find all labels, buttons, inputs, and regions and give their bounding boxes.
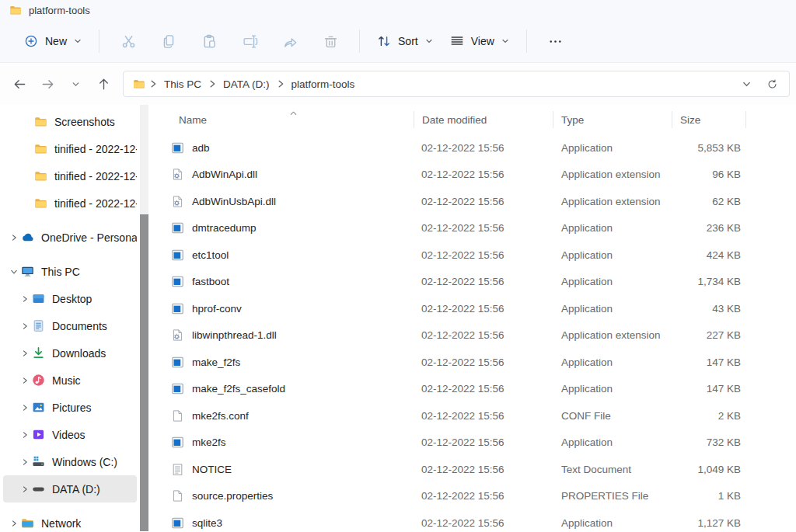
sidebar-item-windows-c[interactable]: Windows (C:) <box>3 448 137 475</box>
sidebar-item-tinified-2022-12-0[interactable]: tinified - 2022-12-0 <box>3 190 137 217</box>
sidebar-scrollbar-thumb[interactable] <box>140 214 148 531</box>
sidebar-item-onedrive-personal[interactable]: OneDrive - Personal <box>3 224 137 251</box>
table-row[interactable]: source.properties02-12-2022 15:56PROPERT… <box>149 483 796 510</box>
sidebar-item-label: tinified - 2022-12-0 <box>54 170 137 183</box>
chevron-right-icon[interactable] <box>6 520 21 527</box>
sidebar-item-tinified-2022-12-0[interactable]: tinified - 2022-12-0 <box>3 135 137 162</box>
sidebar-item-label: Videos <box>52 429 86 441</box>
cut-button[interactable] <box>110 27 146 55</box>
sort-button[interactable]: Sort <box>368 27 442 55</box>
sidebar-list: Screenshotstinified - 2022-12-0tinified … <box>0 108 149 531</box>
network-folder-icon <box>21 516 34 530</box>
sidebar-item-label: Music <box>52 374 81 387</box>
table-row[interactable]: mke2fs02-12-2022 15:56Application732 KB <box>149 429 796 457</box>
sidebar-item-downloads[interactable]: Downloads <box>3 339 137 367</box>
sidebar-item-screenshots[interactable]: Screenshots <box>3 108 137 135</box>
chevron-right-icon[interactable] <box>17 458 32 466</box>
desktop-icon <box>32 292 45 305</box>
tab-title[interactable]: platform-tools <box>29 5 90 16</box>
column-header-type[interactable]: Type <box>553 110 672 129</box>
file-date-cell: 02-12-2022 15:56 <box>414 169 553 180</box>
delete-button[interactable] <box>312 27 348 55</box>
new-button[interactable]: New <box>16 27 90 55</box>
column-header-name[interactable]: Name <box>149 110 414 129</box>
sidebar-item-tinified-2022-12-0[interactable]: tinified - 2022-12-0 <box>3 162 137 190</box>
more-options-button[interactable] <box>538 27 574 55</box>
address-bar[interactable]: This PCDATA (D:)platform-tools <box>123 71 790 97</box>
file-name-label: sqlite3 <box>192 517 222 529</box>
chevron-right-icon[interactable] <box>17 431 32 439</box>
file-date-cell: 02-12-2022 15:56 <box>414 249 553 261</box>
sidebar-item-documents[interactable]: Documents <box>3 312 137 339</box>
chevron-down-icon[interactable] <box>6 268 21 276</box>
file-name-cell: AdbWinUsbApi.dll <box>149 195 414 208</box>
table-row[interactable]: fastboot02-12-2022 15:56Application1,734… <box>149 269 796 296</box>
table-row[interactable]: libwinpthread-1.dll02-12-2022 15:56Appli… <box>149 322 796 349</box>
table-row[interactable]: NOTICE02-12-2022 15:56Text Document1,049… <box>149 456 796 483</box>
file-name-cell: dmtracedump <box>149 221 414 235</box>
file-name-cell: sqlite3 <box>149 516 414 530</box>
column-header-date-modified[interactable]: Date modified <box>414 110 553 129</box>
music-icon <box>32 374 45 387</box>
sidebar-item-data-d[interactable]: DATA (D:) <box>3 475 137 502</box>
navigation-pane: Screenshotstinified - 2022-12-0tinified … <box>0 105 149 531</box>
file-type-cell: Application extension <box>553 196 672 207</box>
table-row[interactable]: dmtracedump02-12-2022 15:56Application23… <box>149 215 796 242</box>
sidebar-item-label: Pictures <box>52 402 92 414</box>
address-bar-row: This PCDATA (D:)platform-tools <box>0 62 796 105</box>
file-size-cell: 1 KB <box>672 490 746 502</box>
column-header-size[interactable]: Size <box>672 110 746 129</box>
file-date-cell: 02-12-2022 15:56 <box>414 410 553 422</box>
chevron-right-icon[interactable] <box>17 377 32 384</box>
sidebar-item-this-pc[interactable]: This PC <box>3 258 137 285</box>
table-row[interactable]: adb02-12-2022 15:56Application5,853 KB <box>149 134 796 162</box>
table-row[interactable]: sqlite302-12-2022 15:56Application1,127 … <box>149 509 796 531</box>
explorer-body: Screenshotstinified - 2022-12-0tinified … <box>0 105 796 531</box>
file-name-label: make_f2fs_casefold <box>192 383 285 395</box>
new-button-label: New <box>45 35 67 47</box>
sidebar-item-network[interactable]: Network <box>3 509 137 531</box>
sidebar-item-label: Documents <box>52 320 107 332</box>
plus-circle-icon <box>23 33 39 49</box>
sidebar-item-label: Network <box>41 517 81 530</box>
table-row[interactable]: AdbWinUsbApi.dll02-12-2022 15:56Applicat… <box>149 188 796 215</box>
sidebar-item-videos[interactable]: Videos <box>3 421 137 448</box>
navigation-buttons <box>0 72 123 96</box>
file-size-cell: 147 KB <box>672 356 746 368</box>
refresh-button[interactable] <box>766 78 778 90</box>
breadcrumb-item-this-pc[interactable]: This PC <box>161 77 204 92</box>
tab-bar: platform-tools <box>0 0 796 20</box>
chevron-right-icon[interactable] <box>17 295 32 303</box>
file-name-label: libwinpthread-1.dll <box>192 329 277 341</box>
copy-button[interactable] <box>151 27 187 55</box>
cut-icon <box>120 33 137 50</box>
forward-button[interactable] <box>36 72 59 96</box>
chevron-right-icon[interactable] <box>6 234 21 242</box>
rename-button[interactable] <box>232 27 267 55</box>
view-button[interactable]: View <box>442 27 518 55</box>
breadcrumb-item-platform-tools[interactable]: platform-tools <box>288 77 358 92</box>
recent-locations-button[interactable] <box>64 72 87 96</box>
address-dropdown-button[interactable] <box>741 78 752 90</box>
file-name-label: mke2fs <box>192 436 226 448</box>
chevron-right-icon[interactable] <box>17 404 32 412</box>
chevron-right-icon[interactable] <box>17 322 32 330</box>
back-button[interactable] <box>8 72 31 96</box>
sort-ascending-caret-icon <box>289 107 298 113</box>
up-button[interactable] <box>92 72 115 96</box>
table-row[interactable]: mke2fs.conf02-12-2022 15:56CONF File2 KB <box>149 402 796 429</box>
breadcrumb-item-data-d[interactable]: DATA (D:) <box>220 77 273 92</box>
share-button[interactable] <box>272 27 308 55</box>
sidebar-item-pictures[interactable]: Pictures <box>3 394 137 421</box>
sidebar-item-music[interactable]: Music <box>3 367 137 394</box>
table-row[interactable]: AdbWinApi.dll02-12-2022 15:56Application… <box>149 162 796 189</box>
chevron-right-icon[interactable] <box>17 485 32 493</box>
table-row[interactable]: make_f2fs02-12-2022 15:56Application147 … <box>149 349 796 376</box>
table-row[interactable]: etc1tool02-12-2022 15:56Application424 K… <box>149 242 796 269</box>
table-row[interactable]: hprof-conv02-12-2022 15:56Application43 … <box>149 295 796 322</box>
file-name-label: dmtracedump <box>192 222 257 234</box>
chevron-right-icon[interactable] <box>17 349 32 357</box>
paste-button[interactable] <box>191 27 227 55</box>
table-row[interactable]: make_f2fs_casefold02-12-2022 15:56Applic… <box>149 376 796 403</box>
sidebar-item-desktop[interactable]: Desktop <box>3 285 137 312</box>
